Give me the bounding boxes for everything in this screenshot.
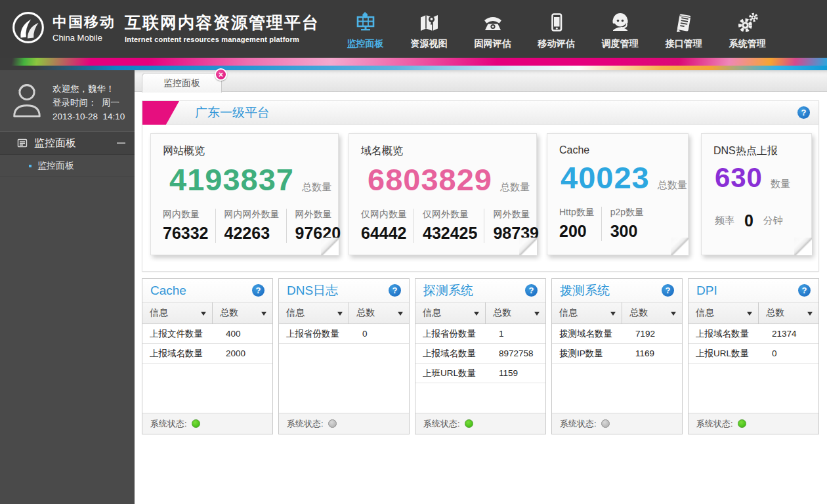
chevron-down-icon [610, 312, 616, 318]
help-icon[interactable]: ? [389, 284, 401, 297]
summary-card: 网站概览 4193837 总数量 网内数量 76332 网内网外数量 42263… [150, 133, 339, 255]
inline-stat-value: 0 [744, 211, 753, 230]
brand: 中国移动 China Mobile 互联网内容资源管理平台 Internet c… [11, 10, 320, 45]
nav-item-label: 资源视图 [411, 38, 448, 50]
card-inline-stat: 频率 0 分钟 [715, 211, 811, 230]
system-table-panel: Cache ? 信息 总数 上报文件数量 400 上报域名数量 2000 系统状… [142, 278, 273, 434]
user-block: 欢迎您，魏华！ 登录时间： 周一 2013-10-28 14:10 [0, 70, 135, 131]
column-total-dropdown[interactable]: 总数 [349, 303, 409, 324]
nav-item-7[interactable]: 系统管理 [715, 0, 779, 58]
sidebar-item-monitor-panel[interactable]: 监控面板 [0, 155, 135, 177]
status-label: 系统状态: [560, 418, 597, 430]
inline-stat-unit: 分钟 [763, 215, 783, 227]
platform-title-zh: 互联网内容资源管理平台 [125, 12, 320, 33]
interface-doc-icon [672, 11, 696, 35]
card-stat: p2p数量 300 [601, 207, 650, 241]
system-tables-row: Cache ? 信息 总数 上报文件数量 400 上报域名数量 2000 系统状… [142, 278, 819, 434]
table-title: 探测系统 [423, 282, 525, 299]
status-label: 系统状态: [287, 418, 324, 430]
nav-item-5[interactable]: 调度管理 [588, 0, 652, 58]
column-info-label: 信息 [559, 307, 578, 319]
sidebar-section-label: 监控面板 [34, 136, 117, 150]
card-stat-value: 300 [610, 222, 644, 241]
table-row: 上报省份数量 1 [415, 324, 545, 344]
nav-item-label: 移动评估 [538, 38, 575, 50]
table-status-footer: 系统状态: [142, 413, 272, 434]
help-icon[interactable]: ? [525, 284, 538, 297]
row-label: 上报省份数量 [279, 328, 349, 340]
sidebar-section-monitor-panel[interactable]: 监控面板 [0, 131, 135, 155]
column-total-dropdown[interactable]: 总数 [622, 303, 682, 324]
app-header: 中国移动 China Mobile 互联网内容资源管理平台 Internet c… [0, 0, 827, 58]
row-value: 0 [759, 348, 777, 358]
card-stat-label: 网内网外数量 [224, 209, 280, 220]
column-info-dropdown[interactable]: 信息 [689, 303, 759, 324]
china-mobile-logo-icon [11, 10, 46, 45]
summary-card: Cache 40023 总数量 Http数量 200 p2p数量 300 [547, 133, 689, 255]
table-title: 拨测系统 [560, 282, 662, 299]
sidebar-item-label: 监控面板 [37, 160, 74, 172]
chevron-down-icon [534, 312, 540, 318]
column-total-dropdown[interactable]: 总数 [486, 303, 545, 324]
column-total-dropdown[interactable]: 总数 [759, 303, 818, 324]
table-row: 上班URL数量 1159 [415, 364, 545, 383]
column-info-dropdown[interactable]: 信息 [552, 303, 622, 324]
nav-item-6[interactable]: 接口管理 [652, 0, 715, 58]
nav-item-3[interactable]: 固网评估 [461, 0, 524, 58]
chevron-down-icon [261, 312, 266, 318]
dispatch-headset-icon [608, 11, 632, 35]
card-big-value: 630 [715, 161, 763, 196]
card-stat-label: Http数量 [559, 207, 595, 219]
card-title: 域名概览 [361, 144, 536, 158]
table-rows: 上报域名数量 21374 上报URL数量 0 [689, 324, 818, 413]
sidebar: 欢迎您，魏华！ 登录时间： 周一 2013-10-28 14:10 监控面板 监… [0, 70, 135, 504]
card-big-value: 6803829 [368, 161, 492, 200]
row-value: 8972758 [486, 348, 534, 358]
card-stat-label: 网内数量 [163, 209, 209, 220]
nav-item-2[interactable]: 资源视图 [397, 0, 461, 58]
column-total-label: 总数 [220, 307, 238, 319]
column-total-dropdown[interactable]: 总数 [213, 303, 272, 324]
table-titlebar: DPI ? [689, 279, 818, 303]
login-day-line: 登录时间： 周一 [53, 96, 125, 110]
card-stat: 仅网内数量 64442 [361, 209, 414, 243]
help-icon[interactable]: ? [798, 284, 811, 297]
nav-item-label: 系统管理 [729, 38, 766, 50]
tab-monitor-panel[interactable]: 监控面板 × [142, 73, 222, 93]
table-title: DPI [696, 284, 798, 298]
chevron-down-icon [398, 312, 403, 318]
help-icon[interactable]: ? [662, 284, 674, 297]
chevron-down-icon [807, 312, 813, 318]
card-stat-value: 200 [559, 222, 595, 241]
column-info-dropdown[interactable]: 信息 [279, 303, 349, 324]
row-label: 上报URL数量 [689, 348, 759, 360]
table-column-header: 信息 总数 [415, 303, 545, 324]
platform-title: 互联网内容资源管理平台 Internet content resources m… [125, 12, 320, 43]
column-info-dropdown[interactable]: 信息 [415, 303, 486, 324]
table-column-header: 信息 总数 [689, 303, 818, 324]
card-stat-value: 98739 [493, 224, 539, 243]
brand-text: 中国移动 China Mobile [53, 12, 116, 43]
help-icon[interactable]: ? [252, 284, 265, 297]
table-titlebar: DNS日志 ? [279, 279, 409, 303]
user-avatar-icon [9, 81, 45, 123]
column-info-label: 信息 [286, 307, 305, 319]
row-label: 上报域名数量 [142, 348, 213, 360]
nav-item-label: 固网评估 [475, 38, 511, 50]
column-info-dropdown[interactable]: 信息 [142, 303, 213, 324]
mobile-phone-icon [545, 11, 568, 35]
card-big-value: 4193837 [169, 161, 294, 200]
summary-card: DNS热点上报 630 数量 频率 0 分钟 [701, 133, 812, 255]
collapse-minus-icon[interactable] [117, 142, 125, 144]
chevron-down-icon [474, 312, 479, 318]
system-table-panel: 拨测系统 ? 信息 总数 拨测域名数量 7192 拨测IP数量 1169 系统状… [551, 278, 683, 434]
card-big-value-label: 总数量 [500, 181, 530, 194]
table-row: 上报域名数量 2000 [142, 344, 272, 364]
tab-close-icon[interactable]: × [215, 68, 227, 81]
column-total-label: 总数 [493, 307, 511, 319]
nav-item-1[interactable]: 监控面板 [333, 0, 397, 58]
card-stat-label: 仅网外数量 [423, 209, 477, 220]
help-icon[interactable]: ? [797, 106, 810, 119]
table-rows: 上报省份数量 1 上报域名数量 8972758 上班URL数量 1159 [415, 324, 545, 413]
nav-item-4[interactable]: 移动评估 [524, 0, 588, 58]
